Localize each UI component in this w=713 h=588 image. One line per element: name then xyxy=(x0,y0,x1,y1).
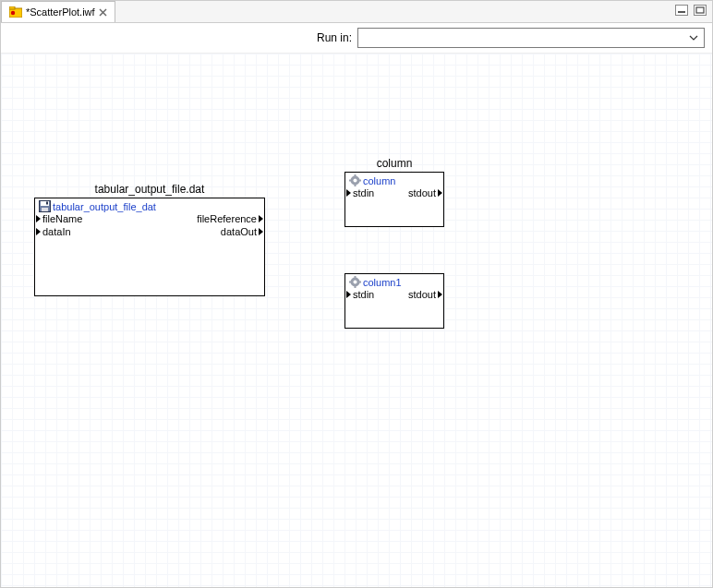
port-fileName-in[interactable]: fileName xyxy=(36,212,83,225)
svg-point-2 xyxy=(11,11,15,15)
editor-window: *ScatterPlot.iwf Run in: tabul xyxy=(0,0,713,588)
close-icon[interactable] xyxy=(99,8,107,17)
svg-rect-9 xyxy=(42,208,48,211)
port-dataIn-in[interactable]: dataIn xyxy=(36,225,72,238)
node-column-group: column column stdin stdout xyxy=(344,157,444,227)
tab-label: *ScatterPlot.iwf xyxy=(26,6,95,18)
node-tabular-group: tabular_output_file.dat tabular_output_f… xyxy=(34,183,265,296)
node-column[interactable]: column stdin stdout xyxy=(344,172,444,227)
canvas-wrapper: tabular_output_file.dat tabular_output_f… xyxy=(1,53,712,587)
node-column1[interactable]: column1 stdin stdout xyxy=(344,273,444,329)
port-col1-stdin[interactable]: stdin xyxy=(346,288,375,301)
file-icon xyxy=(9,6,22,18)
node-tabular-title: tabular_output_file.dat xyxy=(34,183,265,196)
node-column-title: column xyxy=(344,157,444,170)
svg-rect-10 xyxy=(46,202,48,205)
svg-rect-5 xyxy=(678,11,685,13)
port-fileReference-out[interactable]: fileReference xyxy=(196,212,263,225)
workflow-canvas[interactable]: tabular_output_file.dat tabular_output_f… xyxy=(1,54,712,587)
save-icon xyxy=(39,200,51,212)
gear-icon xyxy=(349,174,361,186)
tab-bar: *ScatterPlot.iwf xyxy=(1,1,712,23)
window-buttons xyxy=(675,5,707,16)
gear-icon xyxy=(349,276,361,288)
run-in-label: Run in: xyxy=(317,31,352,44)
editor-tab[interactable]: *ScatterPlot.iwf xyxy=(1,1,115,22)
maximize-button[interactable] xyxy=(694,5,707,16)
node-column1-group: column1 stdin stdout xyxy=(344,273,444,329)
node-column-name: column xyxy=(363,175,395,186)
toolbar: Run in: xyxy=(1,23,712,53)
port-col0-stdin[interactable]: stdin xyxy=(346,186,375,199)
svg-rect-1 xyxy=(9,6,15,9)
svg-point-12 xyxy=(354,179,357,183)
node-column1-name: column1 xyxy=(363,277,402,288)
svg-rect-6 xyxy=(696,7,704,13)
port-col0-stdout[interactable]: stdout xyxy=(407,186,442,199)
svg-point-18 xyxy=(354,281,357,284)
port-dataOut-out[interactable]: dataOut xyxy=(220,225,263,238)
run-in-dropdown[interactable] xyxy=(357,28,705,48)
port-col1-stdout[interactable]: stdout xyxy=(407,288,442,301)
chevron-down-icon xyxy=(685,30,702,46)
minimize-button[interactable] xyxy=(675,5,688,16)
node-tabular[interactable]: tabular_output_file_dat fileName fileRef… xyxy=(34,198,265,296)
node-tabular-name: tabular_output_file_dat xyxy=(53,201,156,212)
